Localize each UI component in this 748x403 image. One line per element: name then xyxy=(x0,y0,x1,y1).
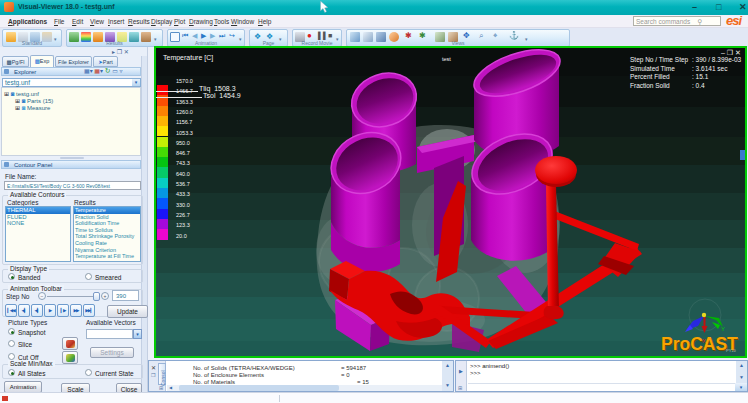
svg-text:Y: Y xyxy=(721,326,725,332)
